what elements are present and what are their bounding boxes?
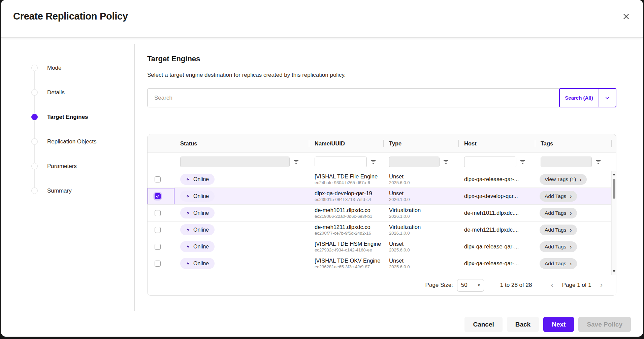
row-host-cell: dlpx-qa-release-qar-... bbox=[458, 238, 535, 255]
page-size-select[interactable]: 50 ▾ bbox=[457, 279, 484, 292]
back-button[interactable]: Back bbox=[507, 317, 539, 332]
table-row[interactable]: Online [VISHAL TDE File Engine ec24bafe-… bbox=[148, 171, 616, 188]
cancel-button[interactable]: Cancel bbox=[464, 317, 502, 332]
table-row[interactable]: Online de-meh1211.dlpxdc.co ec200f77-ce7… bbox=[148, 222, 616, 238]
scrollbar-up-arrow-icon[interactable] bbox=[612, 172, 616, 177]
scrollbar-thumb[interactable] bbox=[613, 179, 615, 199]
status-badge: Online bbox=[180, 191, 215, 202]
row-checkbox-cell bbox=[148, 171, 174, 188]
chevron-right-icon: › bbox=[570, 260, 572, 267]
dialog-title: Create Replication Policy bbox=[13, 11, 128, 22]
row-type-cell: Unset 2026.1.0.0 bbox=[383, 188, 458, 204]
page-title: Target Engines bbox=[147, 54, 617, 64]
search-options-button[interactable] bbox=[598, 89, 616, 107]
step-target-engines[interactable]: Target Engines bbox=[1, 105, 134, 129]
search-all-button[interactable]: Search (All) bbox=[560, 89, 598, 107]
lightning-icon bbox=[186, 227, 190, 232]
type-filter-input[interactable] bbox=[389, 157, 440, 167]
filter-icon[interactable] bbox=[595, 160, 601, 164]
create-replication-policy-dialog: Create Replication Policy Mode Details bbox=[1, 0, 643, 337]
engines-table: Status Name/UUID Type Host Tags bbox=[147, 134, 616, 296]
table-rows-viewport: Online [VISHAL TDE File Engine ec24bafe-… bbox=[148, 171, 616, 275]
add-tags-button[interactable]: Add Tags › bbox=[540, 208, 577, 218]
table-row[interactable]: Online de-meh1011.dlpxdc.co ec219066-22a… bbox=[148, 205, 616, 222]
close-icon bbox=[622, 12, 631, 21]
host-filter-input[interactable] bbox=[464, 157, 516, 167]
table-row[interactable]: Online [VISHAL TDE HSM Engine ec27932c-f… bbox=[148, 238, 616, 255]
step-label: Target Engines bbox=[47, 114, 88, 121]
row-name-cell: [VISHAL TDE OKV Engine ec23628f-ae65-3f3… bbox=[309, 255, 383, 272]
lightning-icon bbox=[186, 194, 190, 199]
row-checkbox-checked[interactable] bbox=[155, 193, 161, 199]
row-name-cell: de-meh1011.dlpxdc.co ec219066-22a0-0d6c-… bbox=[309, 205, 383, 221]
row-checkbox-cell bbox=[148, 205, 174, 221]
table-row-partial[interactable]: Online bbox=[148, 272, 616, 275]
row-type-cell: Unset 2025.6.0.0 bbox=[383, 238, 458, 255]
close-button[interactable] bbox=[619, 10, 633, 24]
lightning-icon bbox=[186, 261, 190, 266]
step-circle-icon bbox=[31, 89, 38, 96]
row-checkbox-cell bbox=[148, 238, 174, 255]
status-filter-input[interactable] bbox=[180, 157, 290, 167]
row-range-text: 1 to 28 of 28 bbox=[500, 282, 532, 289]
search-bar: Search (All) bbox=[147, 88, 616, 107]
table-scrollbar[interactable] bbox=[611, 171, 616, 275]
previous-page-button[interactable]: ‹ bbox=[551, 281, 553, 289]
row-checkbox[interactable] bbox=[155, 261, 161, 267]
table-row-selected[interactable]: Online dlpx-qa-develop-qar-19 ec239015-0… bbox=[148, 188, 616, 205]
dialog-footer: Cancel Back Next Save Policy bbox=[464, 317, 631, 332]
next-page-button[interactable]: › bbox=[600, 281, 603, 289]
scrollbar-down-arrow-icon[interactable] bbox=[612, 269, 616, 274]
filter-icon[interactable] bbox=[371, 160, 376, 164]
add-tags-button[interactable]: Add Tags › bbox=[540, 258, 577, 269]
view-tags-button[interactable]: View Tags (1) › bbox=[540, 174, 587, 185]
host-filter-cell bbox=[458, 157, 535, 167]
lightning-icon bbox=[186, 177, 190, 182]
next-button[interactable]: Next bbox=[543, 317, 574, 332]
row-tags-cell bbox=[535, 272, 611, 275]
row-status-cell: Online bbox=[174, 171, 309, 188]
name-filter-input[interactable] bbox=[315, 157, 367, 167]
step-label: Parameters bbox=[47, 163, 77, 170]
status-badge: Online bbox=[180, 207, 215, 218]
step-mode[interactable]: Mode bbox=[1, 56, 134, 80]
status-badge: Online bbox=[180, 258, 215, 269]
header-checkbox-column bbox=[148, 134, 174, 152]
step-label: Mode bbox=[47, 65, 62, 71]
filter-icon[interactable] bbox=[293, 160, 299, 164]
filter-icon[interactable] bbox=[520, 160, 525, 164]
step-details[interactable]: Details bbox=[1, 80, 134, 105]
row-checkbox[interactable] bbox=[155, 176, 161, 182]
table-row[interactable]: Online [VISHAL TDE OKV Engine ec23628f-a… bbox=[148, 255, 616, 272]
row-type-cell: Unset 2025.6.0.0 bbox=[383, 255, 458, 272]
table-pagination: Page Size: 50 ▾ 1 to 28 of 28 ‹ Page 1 o… bbox=[148, 275, 616, 295]
step-replication-objects[interactable]: Replication Objects bbox=[1, 129, 134, 154]
header-name-uuid: Name/UUID bbox=[309, 134, 383, 152]
row-host-cell bbox=[458, 272, 535, 275]
step-label: Summary bbox=[47, 188, 72, 194]
row-checkbox[interactable] bbox=[155, 210, 161, 216]
row-host-cell: dlpx-qa-release-qar-... bbox=[458, 255, 535, 272]
save-policy-button[interactable]: Save Policy bbox=[578, 317, 631, 332]
step-circle-icon bbox=[31, 65, 38, 71]
add-tags-button[interactable]: Add Tags › bbox=[540, 191, 577, 202]
check-icon bbox=[156, 194, 160, 198]
row-checkbox-cell bbox=[148, 272, 174, 275]
tags-filter-input[interactable] bbox=[541, 157, 592, 167]
panel-divider bbox=[134, 44, 135, 311]
row-name-cell: dlpx-qa-develop-qar-19 ec239015-084f-371… bbox=[309, 188, 383, 204]
step-summary[interactable]: Summary bbox=[1, 178, 134, 203]
step-circle-icon bbox=[31, 138, 38, 145]
add-tags-button[interactable]: Add Tags › bbox=[540, 241, 577, 252]
chevron-right-icon: › bbox=[579, 176, 581, 182]
header-type: Type bbox=[383, 134, 458, 152]
row-checkbox-cell bbox=[148, 188, 174, 204]
row-checkbox[interactable] bbox=[155, 244, 161, 250]
add-tags-button[interactable]: Add Tags › bbox=[540, 225, 577, 235]
chevron-right-icon: › bbox=[570, 227, 572, 233]
search-input[interactable] bbox=[147, 88, 559, 107]
row-checkbox[interactable] bbox=[155, 227, 161, 233]
lightning-icon bbox=[186, 244, 190, 249]
filter-icon[interactable] bbox=[443, 160, 449, 164]
step-parameters[interactable]: Parameters bbox=[1, 154, 134, 178]
